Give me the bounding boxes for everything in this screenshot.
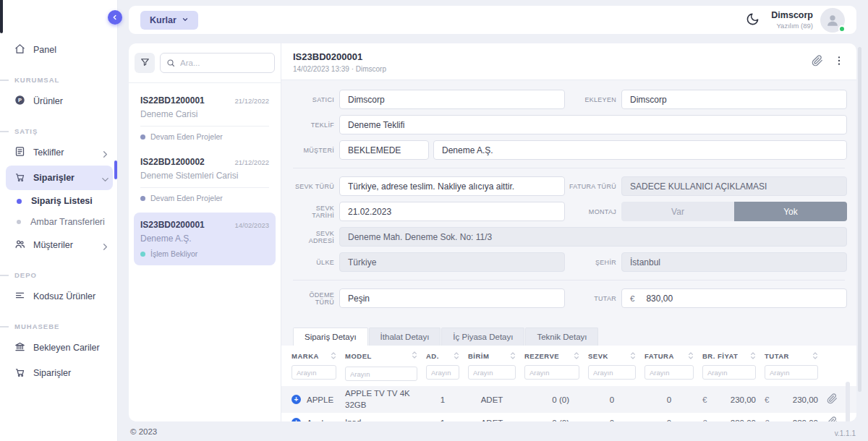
sort-icon[interactable] [630,351,636,361]
tutar-input[interactable]: € 830,00 [621,288,847,308]
teklif-input[interactable] [339,115,847,134]
search-input[interactable] [160,53,275,73]
kurlar-button[interactable]: Kurlar [140,11,198,30]
column-header[interactable]: BİRİM [468,351,524,361]
online-status-dot [838,25,846,33]
sort-icon[interactable] [510,351,516,361]
sidebar-item-panel[interactable]: Panel [0,38,117,62]
sort-icon[interactable] [812,351,818,361]
field-label-sevk-adresi: SEVK ADRESİ [293,230,339,244]
column-filter-input[interactable] [292,365,336,380]
sidebar-scrollbar[interactable] [0,0,3,33]
sidebar-item-urunler[interactable]: P Ürünler [0,89,117,114]
tab-teknik-detayi[interactable]: Teknik Detayı [525,327,598,346]
column-header[interactable]: MARKA [281,351,345,361]
content-card: IS22BD1200001 21/12/2022 Deneme Carisi D… [129,43,856,421]
musteri-input[interactable] [433,140,847,160]
sort-icon[interactable] [750,351,756,361]
currency-symbol: € [630,294,634,303]
field-label-ekleyen: EKLEYEN [565,96,621,103]
column-filter-input[interactable] [588,365,636,380]
table-row: + Apple Ipad 1 ADET 0 (0) 0 0 € 280,00 €… [281,413,856,421]
field-label-teklif: TEKLİF [293,121,339,129]
sevk-tarihi-input[interactable] [339,202,565,221]
svg-text:P: P [18,97,22,103]
column-filter-input[interactable] [345,367,417,381]
column-filter-input[interactable] [468,365,516,380]
sidebar-item-siparis-listesi[interactable]: Sipariş Listesi [0,191,117,211]
collapse-sidebar-button[interactable] [108,10,122,25]
cell-birim: ADET [468,419,524,421]
sidebar-item-label: Ürünler [33,96,107,106]
order-date: 21/12/2022 [234,158,269,166]
sidebar-item-bekleyen-cariler[interactable]: Bekleyen Cariler [0,335,117,360]
field-label-satici: SATICI [293,96,339,103]
chevron-right-icon [100,241,107,249]
avatar[interactable] [820,8,845,33]
sidebar-item-kodsuz-urunler[interactable]: Kodsuz Ürünler [0,284,117,309]
sidebar-item-label: Ambar Transferleri [30,217,105,227]
column-header[interactable]: REZERVE [524,351,588,361]
tab-siparis-detayi[interactable]: Sipariş Detayı [293,327,368,346]
sort-icon[interactable] [331,351,336,361]
order-list-item[interactable]: IS23BD0200001 14/02/2023 Deneme A.Ş. İşl… [134,213,276,265]
order-date: 14/02/2023 [234,221,269,229]
order-list-item[interactable]: IS22BD1200002 21/12/2022 Deneme Sistemle… [129,148,281,210]
sort-icon[interactable] [688,351,694,361]
expand-row-button[interactable]: + [292,418,301,421]
sort-icon[interactable] [412,351,417,362]
musteri-status-input[interactable] [339,140,429,160]
tab-ithalat-detayi[interactable]: İthalat Detayı [369,327,441,346]
status-label: Devam Eden Projeler [150,194,223,202]
column-filter-input[interactable] [426,365,459,380]
more-options-button[interactable] [833,55,845,69]
row-attachment-button[interactable] [827,393,838,406]
column-header[interactable]: AD. [426,351,468,361]
panel-scrollbar[interactable] [858,47,861,392]
column-header[interactable]: TUTAR [765,351,827,361]
dark-mode-toggle[interactable] [746,12,760,28]
column-filter-input[interactable] [524,365,579,380]
column-filter-input[interactable] [702,365,756,380]
expand-row-button[interactable]: + [292,395,301,404]
active-item-indicator [114,160,117,179]
sidebar-item-label: Sipariş Listesi [31,196,93,206]
bullet-icon [17,199,22,204]
tab-ic-piyasa-detayi[interactable]: İç Piyasa Detayı [441,327,524,346]
table-filter-row [281,364,856,387]
order-code: IS23BD0200001 [140,220,205,230]
field-label-montaj: MONTAJ [565,208,621,215]
ekleyen-input[interactable] [621,90,847,109]
row-attachment-button[interactable] [827,416,838,421]
order-list-item[interactable]: IS22BD1200001 21/12/2022 Deneme Carisi D… [129,87,281,148]
sidebar-item-siparisler[interactable]: Siparişler [6,166,113,190]
satici-input[interactable] [339,90,565,109]
sidebar-item-musteriler[interactable]: Müşteriler [0,233,117,257]
sidebar-item-ambar-transferleri[interactable]: Ambar Transferleri [0,212,117,232]
field-label-sevk-turu: SEVK TÜRÜ [293,183,339,190]
column-filter-input[interactable] [765,365,818,380]
sort-icon[interactable] [574,351,579,361]
table-scrollbar[interactable] [846,382,850,421]
column-header[interactable]: FATURA [644,351,702,361]
column-label: AD. [426,352,439,360]
column-header[interactable]: MODEL [345,351,426,362]
filter-button[interactable] [135,53,155,73]
odeme-turu-input[interactable] [339,288,565,308]
order-customer: Deneme Sistemleri Carisi [140,171,269,181]
chevron-down-icon [100,174,107,181]
column-filter-input[interactable] [644,365,694,380]
sevk-turu-input[interactable] [339,176,565,196]
sidebar-item-siparisler-muhasebe[interactable]: Siparişler [0,361,117,385]
app-viewport: Panel KURUMSAL P Ürünler SATIŞ Teklifler… [0,0,868,441]
column-label: MARKA [292,352,319,360]
sort-icon[interactable] [454,351,459,361]
sidebar-item-teklifler[interactable]: Teklifler [0,140,117,165]
column-header[interactable]: SEVK [588,351,644,361]
montaj-option-var[interactable]: Var [621,202,734,221]
fatura-turu-field: SADECE KULLANICI AÇIKLAMASI [621,176,847,196]
attachments-button[interactable] [812,55,823,69]
column-header[interactable]: BR. FİYAT [702,351,765,361]
montaj-option-yok[interactable]: Yok [734,202,847,221]
order-customer: Deneme Carisi [140,109,269,119]
